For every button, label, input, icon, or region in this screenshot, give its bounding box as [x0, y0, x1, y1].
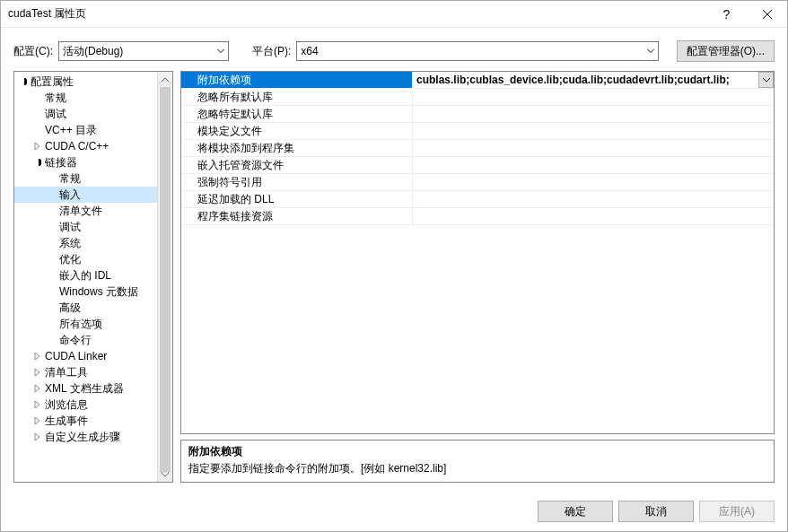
tree-item[interactable]: 常规: [14, 90, 157, 106]
tree-item[interactable]: 清单工具: [14, 364, 157, 380]
tree-item[interactable]: 高级: [14, 300, 157, 316]
scroll-down-icon[interactable]: [158, 467, 172, 482]
tree[interactable]: 配置属性常规调试VC++ 目录CUDA C/C++链接器常规输入清单文件调试系统…: [14, 72, 157, 482]
property-value[interactable]: [413, 89, 774, 105]
help-button[interactable]: ?: [706, 1, 747, 28]
property-name: 强制符号引用: [181, 174, 413, 190]
triangle-down-icon: [32, 159, 43, 166]
property-row[interactable]: 将模块添加到程序集: [181, 140, 774, 157]
property-value[interactable]: [413, 140, 774, 156]
tree-item[interactable]: 常规: [14, 170, 157, 187]
tree-item-input[interactable]: 输入: [14, 187, 157, 203]
tree-item-label: VC++ 目录: [43, 123, 97, 138]
chevron-down-icon: [217, 49, 224, 54]
property-row[interactable]: 忽略特定默认库: [181, 106, 774, 123]
property-rows: 附加依赖项cublas.lib;cublas_device.lib;cuda.l…: [181, 72, 774, 433]
property-value[interactable]: [413, 157, 774, 173]
property-row[interactable]: 嵌入托管资源文件: [181, 157, 774, 174]
property-value[interactable]: [413, 174, 774, 190]
tree-item-label: 调试: [57, 220, 81, 235]
property-name: 附加依赖项: [181, 72, 413, 88]
tree-item[interactable]: 系统: [14, 235, 157, 251]
dropdown-button[interactable]: [758, 72, 774, 88]
tree-item[interactable]: Windows 元数据: [14, 283, 157, 300]
tree-item[interactable]: 浏览信息: [14, 397, 157, 413]
platform-label: 平台(P):: [252, 44, 291, 59]
triangle-right-icon: [32, 385, 43, 392]
tree-item[interactable]: 所有选项: [14, 316, 157, 332]
config-value: 活动(Debug): [63, 44, 123, 59]
tree-item-label: 常规: [57, 171, 81, 187]
property-name: 延迟加载的 DLL: [181, 191, 413, 207]
tree-item-label: 常规: [43, 91, 66, 106]
property-value[interactable]: [413, 123, 774, 139]
property-row[interactable]: 模块定义文件: [181, 123, 774, 140]
tree-item[interactable]: 嵌入的 IDL: [14, 267, 157, 283]
scroll-up-icon[interactable]: [158, 72, 172, 87]
tree-item[interactable]: 调试: [14, 106, 157, 122]
property-name: 忽略特定默认库: [181, 106, 413, 122]
property-row[interactable]: 忽略所有默认库: [181, 89, 774, 106]
chevron-down-icon: [647, 49, 654, 54]
tree-item[interactable]: XML 文档生成器: [14, 380, 157, 397]
tree-item-label: CUDA Linker: [43, 350, 107, 362]
property-row[interactable]: 附加依赖项cublas.lib;cublas_device.lib;cuda.l…: [181, 72, 774, 89]
triangle-right-icon: [32, 433, 43, 440]
tree-item-label: 自定义生成步骤: [43, 430, 120, 445]
tree-item[interactable]: 调试: [14, 219, 157, 235]
property-row[interactable]: 强制符号引用: [181, 174, 774, 191]
property-row[interactable]: 延迟加载的 DLL: [181, 191, 774, 208]
tree-item[interactable]: 清单文件: [14, 203, 157, 219]
tree-item-label: 高级: [57, 301, 81, 316]
dialog-window: cudaTest 属性页 ? 配置(C): 活动(Debug) 平台(P): x…: [0, 0, 788, 532]
property-value[interactable]: [413, 191, 774, 207]
tree-item-label: Windows 元数据: [57, 284, 138, 300]
property-name: 程序集链接资源: [181, 208, 413, 224]
property-name: 忽略所有默认库: [181, 89, 413, 105]
property-value[interactable]: cublas.lib;cublas_device.lib;cuda.lib;cu…: [413, 72, 774, 88]
property-value[interactable]: [413, 106, 774, 122]
tree-item[interactable]: CUDA C/C++: [14, 138, 157, 154]
tree-item[interactable]: 优化: [14, 251, 157, 267]
triangle-right-icon: [32, 401, 43, 408]
tree-item[interactable]: VC++ 目录: [14, 122, 157, 138]
tree-root[interactable]: 配置属性: [14, 74, 157, 90]
apply-button[interactable]: 应用(A): [699, 501, 775, 522]
tree-item[interactable]: CUDA Linker: [14, 348, 157, 364]
tree-item-label: 清单文件: [57, 204, 102, 219]
property-grid: 附加依赖项cublas.lib;cublas_device.lib;cuda.l…: [180, 71, 775, 434]
ok-button[interactable]: 确定: [538, 501, 613, 522]
triangle-right-icon: [32, 353, 43, 360]
triangle-right-icon: [32, 417, 43, 424]
tree-item-label: CUDA C/C++: [43, 140, 109, 153]
property-row[interactable]: 程序集链接资源: [181, 208, 774, 225]
property-value[interactable]: [413, 208, 774, 224]
window-title: cudaTest 属性页: [8, 6, 706, 22]
platform-value: x64: [301, 45, 318, 57]
platform-combo[interactable]: x64: [296, 41, 658, 61]
close-button[interactable]: [747, 1, 787, 28]
triangle-right-icon: [32, 143, 43, 150]
chevron-down-icon: [763, 78, 770, 83]
main-area: 配置属性常规调试VC++ 目录CUDA C/C++链接器常规输入清单文件调试系统…: [1, 71, 787, 492]
config-combo[interactable]: 活动(Debug): [58, 41, 229, 61]
triangle-down-icon: [18, 78, 29, 85]
tree-item-linker[interactable]: 链接器: [14, 154, 157, 170]
tree-item-label: 清单工具: [43, 365, 88, 380]
tree-item-label: 所有选项: [57, 317, 102, 332]
description-title: 附加依赖项: [188, 444, 766, 459]
tree-item-label: 链接器: [43, 155, 77, 170]
tree-item[interactable]: 命令行: [14, 332, 157, 348]
cancel-button[interactable]: 取消: [618, 501, 694, 522]
tree-panel: 配置属性常规调试VC++ 目录CUDA C/C++链接器常规输入清单文件调试系统…: [13, 71, 173, 483]
property-name: 嵌入托管资源文件: [181, 157, 413, 173]
property-name: 模块定义文件: [181, 123, 413, 139]
scroll-thumb[interactable]: [160, 87, 171, 473]
scrollbar[interactable]: [157, 72, 172, 482]
property-name: 将模块添加到程序集: [181, 140, 413, 156]
tree-item-label: 调试: [43, 107, 66, 122]
config-manager-button[interactable]: 配置管理器(O)...: [677, 40, 775, 62]
tree-item[interactable]: 生成事件: [14, 413, 157, 429]
tree-item[interactable]: 自定义生成步骤: [14, 429, 157, 445]
tree-item-label: 命令行: [57, 333, 92, 348]
